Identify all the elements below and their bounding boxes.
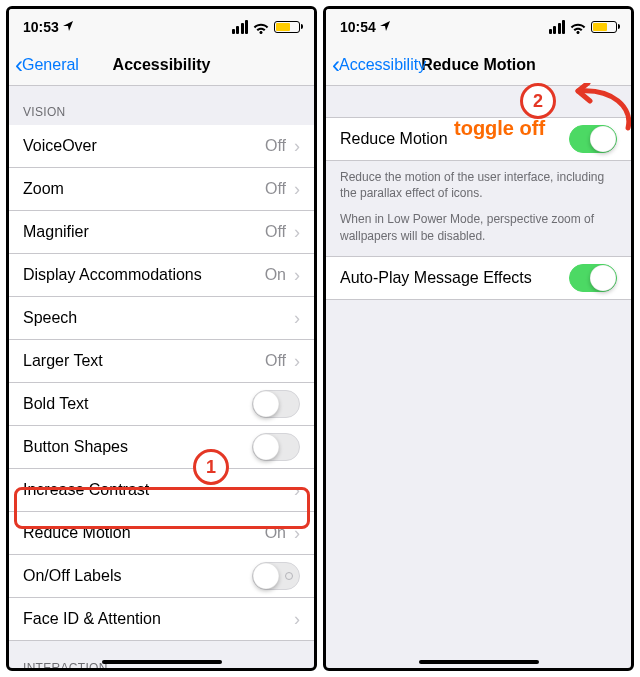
status-time: 10:53 — [23, 19, 59, 35]
nav-title: Accessibility — [113, 56, 211, 74]
chevron-right-icon: › — [294, 609, 300, 630]
wifi-icon — [253, 21, 269, 33]
row-bold-text[interactable]: Bold Text — [9, 383, 314, 426]
chevron-right-icon: › — [294, 480, 300, 501]
nav-back-label: General — [22, 56, 79, 74]
settings-list[interactable]: Reduce Motion Reduce the motion of the u… — [326, 85, 631, 668]
wifi-icon — [570, 21, 586, 33]
toggle-autoplay-message-effects[interactable] — [569, 264, 617, 292]
toggle-bold-text[interactable] — [252, 390, 300, 418]
row-display-accommodations[interactable]: Display Accommodations On› — [9, 254, 314, 297]
chevron-right-icon: › — [294, 136, 300, 157]
nav-bar: ‹ General Accessibility — [9, 45, 314, 86]
row-magnifier[interactable]: Magnifier Off› — [9, 211, 314, 254]
status-bar: 10:53 — [9, 9, 314, 45]
nav-bar: ‹ Accessibility Reduce Motion — [326, 45, 631, 86]
row-speech[interactable]: Speech › — [9, 297, 314, 340]
home-indicator — [102, 660, 222, 664]
section-header-vision: VISION — [9, 85, 314, 125]
nav-title: Reduce Motion — [421, 56, 536, 74]
screenshot-accessibility: 10:53 ‹ General Accessibility VISION Voi… — [6, 6, 317, 671]
chevron-right-icon: › — [294, 179, 300, 200]
toggle-onoff-labels[interactable] — [252, 562, 300, 590]
row-larger-text[interactable]: Larger Text Off› — [9, 340, 314, 383]
location-icon — [380, 20, 390, 34]
row-reduce-motion-toggle[interactable]: Reduce Motion — [326, 117, 631, 161]
home-indicator — [419, 660, 539, 664]
chevron-right-icon: › — [294, 265, 300, 286]
battery-icon — [591, 21, 617, 33]
nav-back-button[interactable]: ‹ Accessibility — [332, 45, 426, 85]
screenshot-reduce-motion: 10:54 ‹ Accessibility Reduce Motion Redu… — [323, 6, 634, 671]
row-onoff-labels[interactable]: On/Off Labels — [9, 555, 314, 598]
row-increase-contrast[interactable]: Increase Contrast › — [9, 469, 314, 512]
toggle-button-shapes[interactable] — [252, 433, 300, 461]
nav-back-label: Accessibility — [339, 56, 426, 74]
cellular-icon — [232, 20, 249, 34]
row-reduce-motion[interactable]: Reduce Motion On› — [9, 512, 314, 555]
row-autoplay-message-effects[interactable]: Auto-Play Message Effects — [326, 256, 631, 300]
chevron-right-icon: › — [294, 523, 300, 544]
row-button-shapes[interactable]: Button Shapes — [9, 426, 314, 469]
battery-icon — [274, 21, 300, 33]
settings-list[interactable]: VISION VoiceOver Off› Zoom Off› Magnifie… — [9, 85, 314, 668]
row-faceid-attention[interactable]: Face ID & Attention › — [9, 598, 314, 641]
chevron-right-icon: › — [294, 222, 300, 243]
nav-back-button[interactable]: ‹ General — [15, 45, 79, 85]
row-voiceover[interactable]: VoiceOver Off› — [9, 125, 314, 168]
row-zoom[interactable]: Zoom Off› — [9, 168, 314, 211]
chevron-right-icon: › — [294, 351, 300, 372]
status-time: 10:54 — [340, 19, 376, 35]
status-bar: 10:54 — [326, 9, 631, 45]
location-icon — [63, 20, 73, 34]
toggle-reduce-motion[interactable] — [569, 125, 617, 153]
cellular-icon — [549, 20, 566, 34]
description-reduce-motion: Reduce the motion of the user interface,… — [326, 161, 631, 256]
chevron-right-icon: › — [294, 308, 300, 329]
